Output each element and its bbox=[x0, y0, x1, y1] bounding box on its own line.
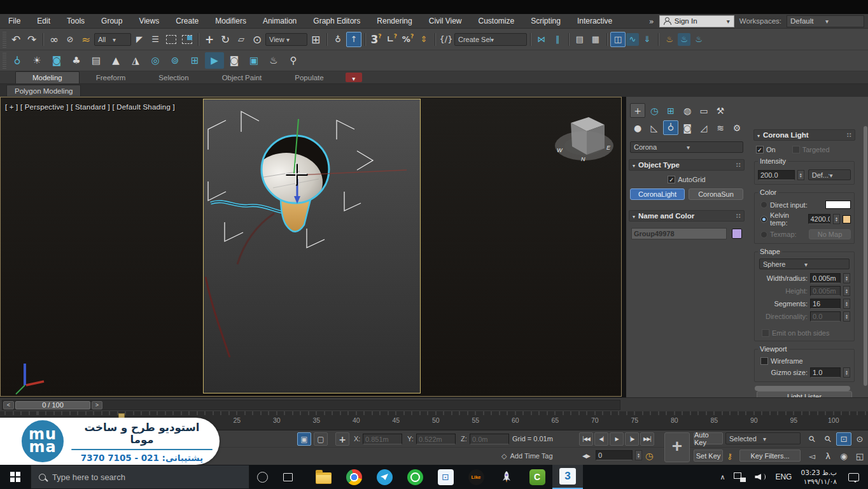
menu-item[interactable]: Create bbox=[167, 14, 207, 29]
modify-tab-icon[interactable]: ◷ bbox=[647, 103, 662, 118]
mirror-icon[interactable]: ⋈ bbox=[534, 32, 549, 47]
next-frame-button[interactable]: |▶ bbox=[625, 432, 639, 446]
forest-icon[interactable]: ♣ bbox=[67, 52, 86, 69]
texmap-button[interactable]: No Map bbox=[809, 229, 851, 239]
camera-add-icon[interactable]: ◙ bbox=[225, 52, 244, 69]
select-and-rotate-icon[interactable]: ↻ bbox=[218, 32, 233, 47]
time-slider-track[interactable]: < 0 / 100 > bbox=[2, 400, 620, 410]
space-warps-icon[interactable]: ≋ bbox=[713, 120, 728, 135]
layered-sphere-icon[interactable]: ⊚ bbox=[165, 52, 185, 69]
next-frame-slider-button[interactable]: > bbox=[92, 401, 102, 409]
segments-spinner[interactable] bbox=[843, 299, 850, 309]
current-frame-field[interactable]: 0 bbox=[596, 450, 633, 460]
time-slider-handle[interactable]: 0 / 100 bbox=[15, 401, 90, 409]
workspace-dropdown[interactable]: Default bbox=[787, 15, 864, 27]
lights-icon[interactable]: ⚲ bbox=[663, 120, 678, 135]
key-filters-button[interactable]: Key Filters... bbox=[739, 450, 801, 462]
notification-center-icon[interactable] bbox=[848, 473, 859, 481]
walk-through-icon[interactable]: λ bbox=[820, 450, 836, 463]
schematic-view-icon[interactable]: ⇓ bbox=[640, 32, 655, 47]
wireframe-checkbox[interactable] bbox=[760, 357, 768, 365]
time-configuration-icon[interactable]: ◷ bbox=[645, 450, 653, 463]
corona-sun-icon[interactable]: ☀ bbox=[27, 52, 46, 69]
viewcube-east-label[interactable]: E bbox=[606, 145, 611, 151]
ribbon-tab[interactable]: Selection bbox=[142, 71, 205, 83]
menu-item[interactable]: Group bbox=[93, 14, 130, 29]
helpers-icon[interactable]: ◿ bbox=[696, 120, 711, 135]
height-field[interactable]: 0.005m bbox=[810, 286, 841, 296]
panel-horizontal-scrollbar[interactable] bbox=[755, 386, 850, 391]
menu-item[interactable]: Edit bbox=[29, 14, 59, 29]
rocket-app-button[interactable] bbox=[491, 465, 522, 489]
angle-snap-toggle-icon[interactable]: ∟ bbox=[384, 32, 400, 47]
direct-input-radio[interactable] bbox=[760, 201, 767, 208]
list-icon[interactable]: ▤ bbox=[87, 52, 106, 69]
selection-lock-toggle[interactable] bbox=[297, 432, 311, 446]
corona-light-icon[interactable]: ⚲ bbox=[8, 52, 27, 69]
play-button[interactable]: ▶ bbox=[610, 432, 624, 446]
kelvin-spinner[interactable] bbox=[833, 214, 840, 224]
ribbon-tab[interactable]: Modeling bbox=[15, 71, 80, 83]
start-button[interactable] bbox=[0, 465, 31, 489]
translator-app-button[interactable] bbox=[430, 465, 461, 489]
select-and-manipulate-icon[interactable]: ♁ bbox=[330, 32, 346, 47]
gizmo-spinner[interactable] bbox=[843, 367, 850, 378]
curve-editor-icon[interactable]: ∿ bbox=[626, 33, 639, 46]
viewcube-north-label[interactable]: N bbox=[581, 156, 585, 162]
emit-both-sides-checkbox[interactable] bbox=[762, 329, 769, 337]
plus-box-icon[interactable]: ⊞ bbox=[185, 52, 204, 69]
camera-icon[interactable]: ◙ bbox=[47, 52, 66, 69]
select-and-place-icon[interactable]: ⊙ bbox=[249, 32, 265, 47]
add-time-tag[interactable]: Add Time Tag bbox=[501, 450, 553, 463]
x-coordinate-field[interactable]: 0.851m bbox=[363, 434, 402, 444]
box-list-icon[interactable]: ▣ bbox=[244, 52, 263, 69]
select-by-name-icon[interactable]: ☰ bbox=[148, 32, 163, 47]
edit-named-selection-sets-icon[interactable]: {∕} bbox=[438, 32, 454, 47]
chrome-button[interactable] bbox=[339, 465, 369, 489]
geometry-icon[interactable]: ● bbox=[630, 120, 645, 135]
key-mode-icon[interactable]: ⚷ bbox=[727, 450, 733, 463]
gizmo-size-field[interactable]: 1.0 bbox=[810, 367, 841, 378]
toolbar-grip[interactable] bbox=[3, 31, 6, 48]
go-to-end-button[interactable]: ▶▶| bbox=[640, 432, 654, 446]
width-radius-field[interactable]: 0.005m bbox=[810, 273, 841, 283]
y-coordinate-field[interactable]: 0.522m bbox=[416, 434, 456, 444]
render-setup-icon[interactable]: ♨ bbox=[662, 32, 677, 47]
width-spinner[interactable] bbox=[843, 273, 850, 283]
object-color-swatch[interactable] bbox=[732, 229, 742, 239]
align-icon[interactable]: ∥ bbox=[550, 32, 565, 47]
render-production-icon[interactable]: ♨ bbox=[691, 32, 706, 47]
slate-material-editor-icon[interactable]: ◫ bbox=[610, 32, 626, 47]
set-key-button[interactable]: Set Key bbox=[694, 450, 723, 462]
ribbon-tab[interactable]: Freeform bbox=[80, 71, 143, 83]
use-pivot-point-center-icon[interactable]: ⊞ bbox=[308, 32, 323, 47]
select-object-icon[interactable]: ◤ bbox=[132, 32, 147, 47]
keyboard-shortcut-override-icon[interactable]: ↑ bbox=[346, 32, 361, 47]
select-and-scale-icon[interactable]: ▱ bbox=[234, 32, 249, 47]
selection-filter-dropdown[interactable]: All bbox=[94, 33, 131, 46]
undo-icon[interactable]: ↶ bbox=[8, 32, 24, 47]
ribbon-tab[interactable]: Object Paint bbox=[206, 71, 279, 83]
ribbon-tab[interactable]: Populate bbox=[278, 71, 340, 83]
shape-type-dropdown[interactable]: Sphere bbox=[759, 259, 850, 269]
corona-sun-button[interactable]: CoronaSun bbox=[689, 188, 743, 200]
percent-snap-toggle-icon[interactable]: % bbox=[400, 32, 416, 47]
menu-item[interactable]: Scripting bbox=[522, 14, 569, 29]
go-to-start-button[interactable]: |◀◀ bbox=[579, 432, 593, 446]
tree-icon[interactable]: ▲ bbox=[106, 52, 125, 69]
intensity-units-dropdown[interactable]: Def...^2) bbox=[808, 169, 851, 180]
polygon-modeling-tab[interactable]: Polygon Modeling bbox=[6, 85, 81, 96]
auto-key-button[interactable]: Auto Key bbox=[694, 432, 723, 444]
viewport-label[interactable]: [ + ] [ Perspective ] [ Standard ] [ Def… bbox=[5, 103, 175, 111]
isolate-selection-toggle[interactable] bbox=[314, 432, 328, 446]
systems-icon[interactable]: ⚙ bbox=[729, 120, 745, 135]
kelvin-temp-field[interactable]: 4200.0 bbox=[808, 214, 831, 224]
reference-coordinate-dropdown[interactable]: View bbox=[265, 33, 307, 46]
play-box-icon[interactable]: ▶ bbox=[205, 52, 224, 69]
create-tab-icon[interactable]: + bbox=[630, 103, 645, 118]
segments-field[interactable]: 16 bbox=[810, 299, 841, 309]
rectangular-selection-region-icon[interactable] bbox=[164, 32, 179, 47]
light-on-checkbox[interactable] bbox=[756, 146, 764, 153]
toolbar-overflow-chevron[interactable]: » bbox=[649, 17, 654, 26]
frame-spinner[interactable] bbox=[635, 450, 642, 460]
